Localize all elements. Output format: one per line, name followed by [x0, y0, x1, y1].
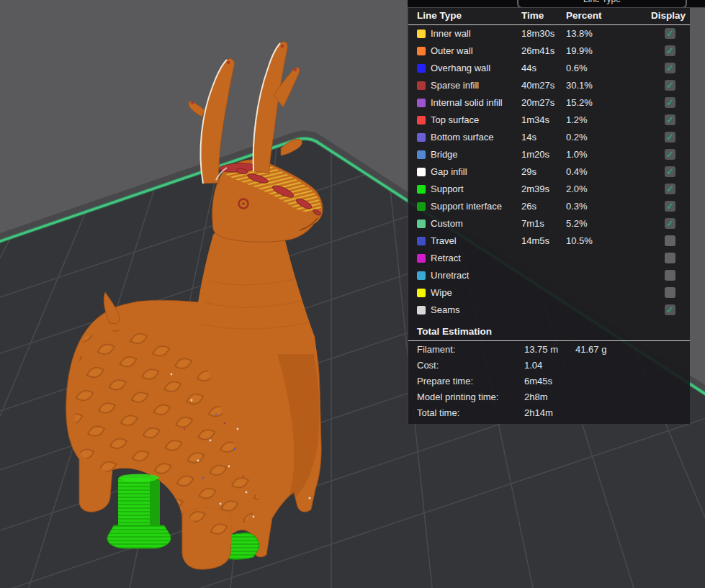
- display-checkbox[interactable]: ✓: [665, 304, 675, 315]
- estimation-label: Total time:: [417, 407, 459, 418]
- estimation-value: 6m45s: [524, 376, 552, 386]
- line-type-label: Unretract: [431, 270, 469, 281]
- total-estimation-header: Total Estimation: [408, 326, 690, 341]
- display-checkbox[interactable]: ✓: [665, 114, 675, 125]
- line-type-row: Top surface1m34s1.2%✓: [408, 112, 690, 129]
- display-checkbox[interactable]: [665, 287, 675, 298]
- line-type-color-swatch: [417, 185, 426, 194]
- line-type-row: Wipe: [408, 284, 690, 302]
- line-type-label: Support interface: [431, 201, 502, 212]
- line-type-color-swatch: [417, 30, 426, 38]
- display-checkbox[interactable]: ✓: [665, 218, 675, 229]
- line-type-color-swatch: [417, 254, 426, 263]
- line-type-row: Travel14m5s10.5%: [408, 232, 690, 250]
- line-type-label: Sparse infill: [431, 80, 479, 91]
- check-icon: ✓: [665, 132, 675, 143]
- line-type-color-swatch: [417, 237, 426, 245]
- check-icon: ✓: [665, 184, 675, 194]
- estimation-label: Filament:: [417, 344, 455, 355]
- check-icon: ✓: [665, 28, 675, 39]
- display-checkbox[interactable]: ✓: [665, 80, 675, 91]
- display-checkbox[interactable]: ✓: [665, 184, 675, 194]
- estimation-row: Model printing time:2h8m: [408, 389, 690, 404]
- line-type-row: Internal solid infill20m27s15.2%✓: [408, 94, 690, 112]
- estimation-row: Total time:2h14m: [408, 404, 690, 420]
- estimation-label: Prepare time:: [417, 376, 473, 386]
- line-type-color-swatch: [417, 64, 426, 73]
- line-type-label: Gap infill: [431, 166, 467, 177]
- display-checkbox[interactable]: ✓: [665, 201, 675, 212]
- check-icon: ✓: [665, 166, 675, 177]
- line-type-percent: 0.2%: [566, 132, 588, 143]
- estimation-row: Filament:13.75 m41.67 g: [408, 341, 690, 357]
- line-type-color-swatch: [417, 202, 426, 211]
- estimation-value: 1.04: [524, 360, 542, 371]
- line-type-percent: 2.0%: [566, 184, 588, 194]
- estimation-value: 2h14m: [524, 407, 553, 418]
- line-type-color-swatch: [417, 289, 426, 297]
- check-icon: ✓: [665, 97, 675, 108]
- display-checkbox[interactable]: ✓: [665, 45, 675, 56]
- legend-header-row: Line Type Time Percent Display: [408, 8, 690, 25]
- col-time: Time: [521, 10, 544, 21]
- line-type-time: 18m30s: [521, 28, 554, 39]
- check-icon: ✓: [665, 80, 675, 91]
- line-type-color-swatch: [417, 306, 426, 315]
- deer-nostril: [314, 212, 317, 214]
- line-type-rows: Inner wall18m30s13.8%✓Outer wall26m41s19…: [408, 25, 690, 319]
- line-type-time: 1m34s: [521, 114, 549, 125]
- estimation-row: Cost:1.04: [408, 357, 690, 373]
- check-icon: ✓: [665, 218, 675, 229]
- line-type-label: Outer wall: [431, 45, 473, 56]
- display-checkbox[interactable]: ✓: [665, 132, 675, 143]
- line-type-time: 2m39s: [521, 184, 549, 194]
- line-type-time: 44s: [521, 63, 536, 73]
- check-icon: ✓: [665, 45, 675, 56]
- line-type-time: 26m41s: [521, 45, 554, 56]
- slicer-preview-window: Line Type Line Type Time Percent Display…: [0, 0, 705, 588]
- deer-eye-center: [242, 202, 245, 205]
- view-type-dropdown[interactable]: Line Type: [517, 0, 687, 8]
- line-type-color-swatch: [417, 271, 426, 280]
- display-checkbox[interactable]: [665, 253, 675, 263]
- line-type-label: Bottom surface: [431, 132, 493, 143]
- line-type-row: Bottom surface14s0.2%✓: [408, 129, 690, 146]
- line-type-color-swatch: [417, 81, 426, 90]
- display-checkbox[interactable]: ✓: [665, 97, 675, 108]
- line-type-percent: 1.2%: [566, 114, 588, 125]
- display-checkbox[interactable]: ✓: [665, 63, 675, 73]
- line-type-row: Unretract: [408, 267, 690, 284]
- check-icon: ✓: [665, 114, 675, 125]
- line-type-time: 1m20s: [521, 149, 549, 160]
- line-type-label: Top surface: [431, 114, 479, 125]
- line-type-color-swatch: [417, 150, 426, 159]
- estimation-value: 2h8m: [524, 392, 548, 402]
- line-type-time: 7m1s: [521, 218, 544, 229]
- display-checkbox[interactable]: ✓: [665, 28, 675, 39]
- line-type-percent: 19.9%: [566, 45, 593, 56]
- line-type-percent: 0.3%: [566, 201, 588, 212]
- line-type-label: Custom: [431, 218, 463, 229]
- display-checkbox[interactable]: [665, 270, 675, 281]
- line-type-label: Bridge: [431, 149, 458, 160]
- line-type-row: Overhang wall44s0.6%✓: [408, 60, 690, 77]
- check-icon: ✓: [665, 149, 675, 160]
- total-estimation-title: Total Estimation: [417, 326, 492, 337]
- check-icon: ✓: [665, 201, 675, 212]
- line-type-row: Support interface26s0.3%✓: [408, 198, 690, 215]
- display-checkbox[interactable]: ✓: [665, 166, 675, 177]
- display-checkbox[interactable]: [665, 235, 675, 246]
- display-checkbox[interactable]: ✓: [665, 149, 675, 160]
- line-type-panel: Line Type Time Percent Display Inner wal…: [408, 8, 690, 424]
- line-type-time: 14s: [521, 132, 536, 143]
- line-type-percent: 30.1%: [566, 80, 593, 91]
- estimation-value-2: 41.67 g: [575, 344, 606, 355]
- line-type-percent: 0.6%: [566, 63, 588, 73]
- line-type-label: Wipe: [431, 287, 452, 298]
- line-type-label: Travel: [431, 235, 457, 246]
- line-type-time: 14m5s: [521, 235, 549, 246]
- total-estimation-rows: Filament:13.75 m41.67 gCost:1.04Prepare …: [408, 341, 690, 420]
- line-type-row: Custom7m1s5.2%✓: [408, 215, 690, 232]
- col-line-type: Line Type: [417, 10, 462, 21]
- line-type-percent: 15.2%: [566, 97, 593, 108]
